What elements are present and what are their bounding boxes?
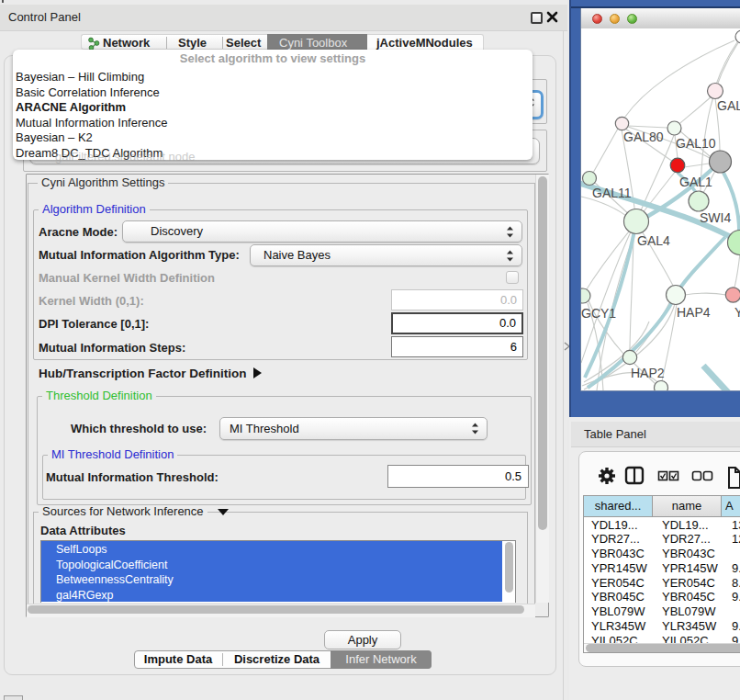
svg-text:GAL1: GAL1 (679, 175, 712, 189)
svg-text:GAL80: GAL80 (623, 130, 664, 144)
svg-text:GAL10: GAL10 (676, 136, 716, 151)
svg-text:Y: Y (734, 305, 740, 320)
svg-text:HAP4: HAP4 (677, 305, 711, 320)
svg-text:GAL2: GAL2 (717, 98, 740, 113)
svg-text:GAL4: GAL4 (637, 233, 670, 248)
svg-text:GCY1: GCY1 (581, 306, 616, 321)
svg-text:GAL11: GAL11 (592, 186, 632, 200)
svg-text:SWI4: SWI4 (700, 210, 731, 225)
svg-text:HAP2: HAP2 (631, 366, 665, 380)
